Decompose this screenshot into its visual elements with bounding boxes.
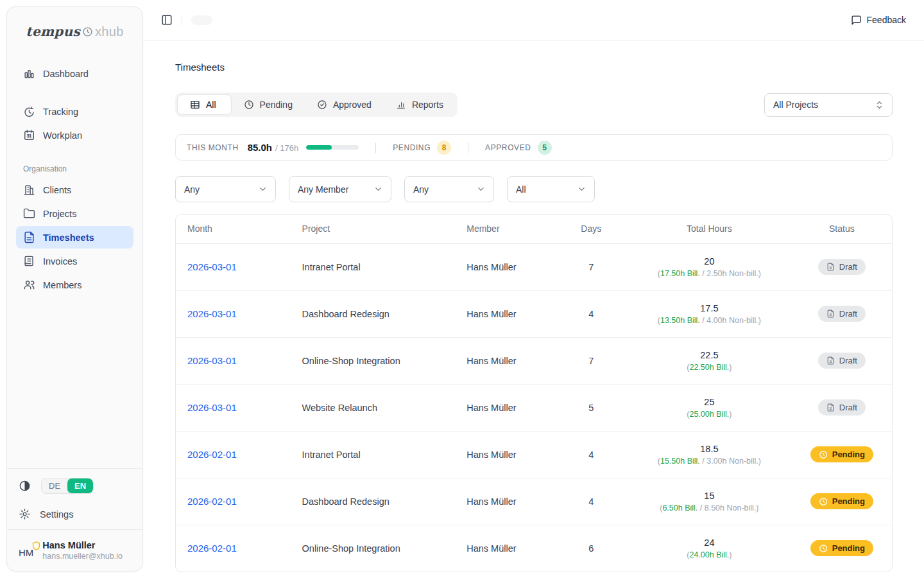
file-icon <box>826 356 835 365</box>
sidebar-item-clients[interactable]: Clients <box>16 179 133 201</box>
hours-breakdown: (25.00h Bill.) <box>627 410 792 419</box>
sidebar-item-label: Workplan <box>43 130 82 141</box>
tab-pending[interactable]: Pending <box>232 94 305 115</box>
timesheet-date-link[interactable]: 2026-02-01 <box>187 449 237 460</box>
hours-breakdown: (22.50h Bill.) <box>627 363 792 372</box>
lang-option-en[interactable]: EN <box>67 478 93 493</box>
tab-label: All <box>206 100 216 110</box>
sidebar-item-projects[interactable]: Projects <box>16 202 133 225</box>
sidebar-item-settings[interactable]: Settings <box>19 504 131 521</box>
filter-status-select[interactable]: All <box>507 176 595 202</box>
table-row[interactable]: 2026-03-01 Online-Shop Integration Hans … <box>176 337 892 384</box>
topbar: Feedback <box>143 0 924 40</box>
sidebar-toggle-button[interactable] <box>161 14 173 26</box>
status-label: Draft <box>839 262 857 272</box>
timesheet-date-link[interactable]: 2026-02-01 <box>187 496 237 507</box>
approved-label: APPROVED <box>485 143 531 152</box>
filter-month-select[interactable]: Any <box>175 176 276 202</box>
table-icon <box>190 100 200 110</box>
sidebar-item-timesheets[interactable]: Timesheets <box>16 226 133 249</box>
timesheet-tabs: All Pending Approved Reports <box>175 92 458 117</box>
avatar: HM <box>19 542 33 559</box>
status-badge: Pending <box>810 540 873 556</box>
sidebar-item-label: Projects <box>43 209 76 219</box>
project-filter-select[interactable]: All Projects <box>764 93 893 117</box>
table-row[interactable]: 2026-03-01 Website Relaunch Hans Müller … <box>176 384 892 431</box>
table-header-row: Month Project Member Days Total Hours St… <box>176 215 892 243</box>
status-label: Draft <box>839 356 857 365</box>
table-row[interactable]: 2026-03-01 Intranet Portal Hans Müller 7… <box>176 243 892 290</box>
status-label: Draft <box>839 403 857 412</box>
table-row[interactable]: 2026-02-01 Intranet Portal Hans Müller 4… <box>176 431 892 478</box>
sidebar-item-workplan[interactable]: 31 Workplan <box>16 124 133 146</box>
settings-label: Settings <box>40 509 73 520</box>
project-cell: Dashboard Redesign <box>302 309 389 319</box>
tab-all[interactable]: All <box>177 94 232 115</box>
timesheet-date-link[interactable]: 2026-03-01 <box>187 308 237 319</box>
member-cell: Hans Müller <box>466 403 516 413</box>
column-total-hours: Total Hours <box>627 215 792 243</box>
status-badge: Pending <box>810 446 873 462</box>
hours-breakdown: (17.50h Bill. / 2.50h Non-bill.) <box>627 269 792 278</box>
chevron-down-icon <box>577 184 586 194</box>
filter-member-select[interactable]: Any Member <box>289 176 391 202</box>
timesheet-date-link[interactable]: 2026-03-01 <box>187 355 237 366</box>
days-cell: 6 <box>588 543 594 554</box>
project-cell: Intranet Portal <box>302 262 361 272</box>
chevron-down-icon <box>476 184 486 194</box>
sidebar-item-label: Clients <box>43 185 71 195</box>
column-month: Month <box>176 215 291 243</box>
clock-icon <box>819 450 828 459</box>
lang-option-de[interactable]: DE <box>42 478 67 493</box>
member-cell: Hans Müller <box>466 309 516 319</box>
status-badge: Draft <box>818 399 866 416</box>
days-cell: 4 <box>588 309 594 319</box>
member-cell: Hans Müller <box>466 356 516 366</box>
filter-project-select[interactable]: Any <box>404 176 494 202</box>
project-cell: Intranet Portal <box>302 450 361 460</box>
clock-icon <box>244 100 254 110</box>
filter-value: Any Member <box>298 184 348 195</box>
project-filter-value: All Projects <box>773 100 818 110</box>
feedback-button[interactable]: Feedback <box>851 15 906 26</box>
sidebar-item-tracking[interactable]: Tracking <box>16 100 133 123</box>
total-hours-value: 17.5 <box>627 303 792 313</box>
timesheet-date-link[interactable]: 2026-02-01 <box>187 543 237 554</box>
timesheets-table: Month Project Member Days Total Hours St… <box>175 214 893 572</box>
filter-value: Any <box>184 184 200 195</box>
table-row[interactable]: 2026-02-01 Online-Shop Integration Hans … <box>176 525 892 572</box>
timer-icon <box>23 105 35 118</box>
user-profile[interactable]: HM Hans Müller hans.mueller@xhub.io <box>7 529 142 571</box>
status-label: Draft <box>839 309 857 319</box>
document-icon <box>23 231 35 243</box>
gear-icon <box>19 508 31 520</box>
tab-label: Approved <box>333 100 372 110</box>
table-row[interactable]: 2026-02-01 Dashboard Redesign Hans Mülle… <box>176 478 892 525</box>
hours-breakdown: (24.00h Bill.) <box>627 550 792 559</box>
user-email: hans.mueller@xhub.io <box>42 552 123 561</box>
days-cell: 5 <box>588 403 594 413</box>
file-icon <box>826 310 835 318</box>
sidebar-item-dashboard[interactable]: Dashboard <box>16 62 133 85</box>
tab-reports[interactable]: Reports <box>384 94 456 115</box>
bar-chart-icon <box>23 67 35 80</box>
user-name: Hans Müller <box>42 540 123 550</box>
clock-icon <box>819 544 828 553</box>
tab-approved[interactable]: Approved <box>305 94 384 115</box>
hours-breakdown: (6.50h Bill. / 8.50h Non-bill.) <box>627 504 792 512</box>
project-cell: Online-Shop Integration <box>302 356 400 366</box>
sidebar-item-members[interactable]: Members <box>16 274 133 296</box>
brand-logo: tempus xhub <box>7 7 142 46</box>
breadcrumb-skeleton <box>191 15 212 25</box>
sidebar-item-label: Dashboard <box>43 69 89 79</box>
member-cell: Hans Müller <box>466 543 516 554</box>
timesheet-date-link[interactable]: 2026-03-01 <box>187 402 237 413</box>
sidebar-item-invoices[interactable]: Invoices <box>16 250 133 272</box>
theme-contrast-icon[interactable] <box>19 480 31 492</box>
language-toggle[interactable]: DE EN <box>41 478 94 494</box>
file-icon <box>826 403 835 412</box>
status-badge: Pending <box>810 493 873 509</box>
days-cell: 7 <box>588 356 594 366</box>
timesheet-date-link[interactable]: 2026-03-01 <box>187 261 237 272</box>
table-row[interactable]: 2026-03-01 Dashboard Redesign Hans Mülle… <box>176 290 892 337</box>
